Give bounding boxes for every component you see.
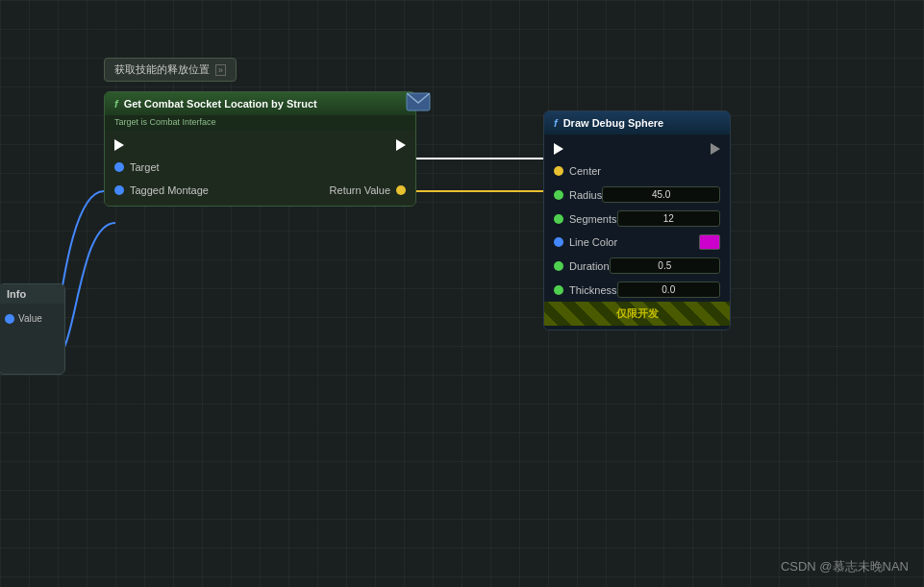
get-combat-body: Target Tagged Montage Return Value (105, 131, 415, 206)
skill-label-expand[interactable]: » (215, 64, 226, 76)
debug-sphere-func-icon: f (554, 117, 558, 129)
get-combat-subtitle: Target is Combat Interface (105, 115, 415, 131)
line-color-row: Line Color (544, 231, 730, 254)
line-color-pin[interactable] (554, 237, 563, 247)
info-node: Info Value (0, 283, 65, 375)
thickness-input[interactable] (617, 281, 720, 298)
return-value-pin[interactable] (396, 185, 406, 195)
get-combat-header: f Get Combat Socket Location by Struct (105, 92, 415, 115)
exec-out-pin[interactable] (396, 139, 406, 151)
get-combat-func-icon: f (114, 98, 118, 110)
exec-in-pin[interactable] (114, 139, 124, 151)
tagged-montage-left: Tagged Montage (114, 184, 209, 196)
info-output-value: Value (5, 313, 59, 324)
duration-pin[interactable] (554, 261, 563, 271)
debug-exec-row (544, 138, 730, 159)
debug-sphere-title: Draw Debug Sphere (563, 117, 664, 129)
draw-debug-sphere-node: f Draw Debug Sphere Center Radius (543, 110, 731, 330)
target-row: Target (105, 156, 415, 179)
line-color-left: Line Color (554, 236, 617, 248)
radius-left: Radius (554, 189, 602, 201)
info-node-body: Value (0, 304, 64, 330)
center-left: Center (554, 165, 601, 177)
segments-pin[interactable] (554, 214, 563, 224)
skill-label-node: 获取技能的释放位置 » (104, 58, 237, 82)
tagged-montage-label: Tagged Montage (130, 184, 209, 196)
draw-debug-sphere-header: f Draw Debug Sphere (544, 111, 730, 135)
line-color-swatch[interactable] (699, 234, 720, 250)
value-label: Value (18, 313, 42, 324)
segments-input[interactable] (617, 210, 720, 227)
segments-label: Segments (569, 213, 617, 225)
target-pin[interactable] (114, 162, 124, 172)
radius-pin[interactable] (554, 190, 563, 200)
target-left: Target (114, 161, 160, 173)
value-pin (5, 314, 14, 324)
center-row: Center (544, 159, 730, 183)
debug-exec-out-pin[interactable] (711, 143, 720, 155)
segments-left: Segments (554, 213, 617, 225)
thickness-pin[interactable] (554, 285, 563, 295)
info-node-title: Info (7, 288, 26, 300)
dev-footer-label: 仅限开发 (616, 307, 659, 319)
thickness-row: Thickness (544, 278, 730, 302)
radius-input[interactable] (602, 186, 720, 203)
segments-row: Segments (544, 207, 730, 231)
line-color-label: Line Color (569, 236, 617, 248)
skill-label-text: 获取技能的释放位置 (114, 62, 210, 77)
thickness-label: Thickness (569, 284, 617, 296)
tagged-montage-row: Tagged Montage Return Value (105, 179, 415, 202)
thickness-left: Thickness (554, 284, 617, 296)
debug-sphere-body: Center Radius Segments Line Color (544, 135, 730, 330)
get-combat-node: f Get Combat Socket Location by Struct T… (104, 91, 416, 207)
return-value-right: Return Value (330, 184, 406, 196)
debug-exec-in-pin[interactable] (554, 143, 563, 155)
center-label: Center (569, 165, 601, 177)
duration-left: Duration (554, 260, 610, 272)
radius-row: Radius (544, 183, 730, 207)
duration-row: Duration (544, 254, 730, 278)
watermark: CSDN @慕志未晚NAN (781, 558, 909, 575)
target-label: Target (130, 161, 160, 173)
return-value-label: Return Value (330, 184, 390, 196)
duration-label: Duration (569, 260, 610, 272)
duration-input[interactable] (610, 257, 720, 274)
info-node-header: Info (0, 284, 64, 304)
center-pin[interactable] (554, 166, 563, 176)
dev-footer: 仅限开发 (544, 302, 730, 326)
radius-label: Radius (569, 189, 602, 201)
get-combat-title: Get Combat Socket Location by Struct (124, 98, 317, 110)
canvas-background (0, 0, 924, 587)
tagged-montage-pin[interactable] (114, 185, 124, 195)
exec-row (105, 135, 415, 156)
mail-icon (406, 92, 431, 115)
